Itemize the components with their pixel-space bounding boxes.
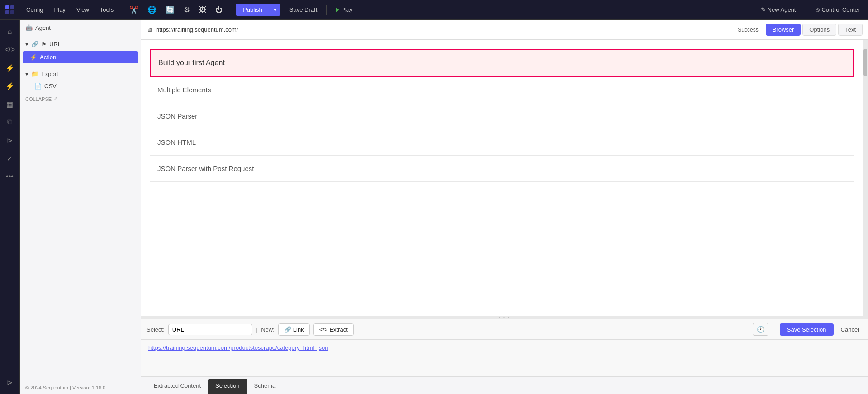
check-icon-btn[interactable]: ✓	[2, 150, 18, 166]
collapse-arrow-icon: ▾	[25, 41, 28, 47]
sidebar-csv-label: CSV	[44, 83, 57, 90]
play-label: Play	[341, 6, 352, 13]
scrollbar-thumb	[863, 49, 867, 76]
main-layout: ⌂ </> ⚡ ⚡ ▦ ⧉ ⊳ ✓ ••• ⊳ 🤖 Agent ▾ 🔗 ⚑ UR…	[0, 20, 868, 394]
browser-bar: 🖥 https://training.sequentum.com/ Succes…	[141, 20, 868, 40]
flag-icon: ⚑	[41, 41, 47, 47]
collapse-icon: ⤢	[53, 96, 57, 102]
content-item-4[interactable]: JSON HTML	[150, 129, 854, 156]
globe-icon[interactable]: 🌐	[144, 4, 160, 16]
csv-icon: 📄	[34, 83, 42, 90]
home-icon-btn[interactable]: ⌂	[2, 24, 18, 40]
lightning-icon-btn[interactable]: ⚡	[2, 60, 18, 76]
url-text: https://training.sequentum.com/	[156, 26, 238, 33]
save-selection-button[interactable]: Save Selection	[780, 323, 834, 336]
nav-right: ✎ New Agent ⎋ Control Center	[756, 5, 864, 15]
browser-content-wrapper: Build your first Agent Multiple Elements…	[141, 40, 868, 316]
sidebar-item-csv[interactable]: 📄 CSV	[20, 80, 141, 92]
bottom-tab-extracted-content[interactable]: Extracted Content	[147, 379, 208, 394]
sidebar-action-label: Action	[40, 54, 56, 61]
sidebar-item-url[interactable]: ▾ 🔗 ⚑ URL	[20, 38, 141, 50]
bottom-tabs: Extracted Content Selection Schema	[141, 376, 868, 394]
save-draft-button[interactable]: Save Draft	[284, 4, 323, 16]
publish-dropdown[interactable]: ▾	[270, 4, 280, 16]
play-button[interactable]: Play	[330, 4, 358, 16]
url-result-link[interactable]: https://training.sequentum.com/productst…	[148, 344, 328, 351]
action-icon: ⚡	[30, 54, 37, 61]
refresh-icon[interactable]: 🔄	[162, 4, 178, 16]
agent-icon: 🤖	[25, 24, 33, 31]
expand-arrow-icon: ▾	[25, 71, 28, 77]
content-area: 🖥 https://training.sequentum.com/ Succes…	[141, 20, 868, 394]
bottom-tab-selection[interactable]: Selection	[208, 379, 247, 394]
bottom-tab-schema[interactable]: Schema	[247, 379, 283, 394]
publish-group: Publish ▾	[236, 4, 280, 16]
divider-4	[806, 5, 806, 15]
new-agent-label: New Agent	[768, 6, 796, 13]
sidebar-spacer	[20, 104, 141, 381]
app-logo	[4, 4, 16, 16]
sidebar-item-export[interactable]: ▾ 📁 Export	[20, 68, 141, 80]
more-icon-btn[interactable]: •••	[2, 168, 18, 185]
grid-icon-btn[interactable]: ▦	[2, 96, 18, 112]
sidebar-item-action[interactable]: ⚡ Action	[23, 51, 138, 63]
new-agent-icon: ✎	[761, 6, 766, 13]
status-badge: Success	[738, 27, 758, 33]
extract-code-icon: </>	[319, 326, 328, 333]
browser-icon: 🖥	[147, 26, 152, 33]
svg-rect-3	[10, 10, 14, 14]
tools-menu[interactable]: Tools	[95, 5, 118, 15]
extract-button[interactable]: </> Extract	[313, 323, 354, 336]
publish-button[interactable]: Publish	[236, 4, 270, 16]
cancel-button[interactable]: Cancel	[837, 323, 863, 336]
layers-icon-btn[interactable]: ⧉	[2, 114, 18, 130]
history-button[interactable]: 🕐	[753, 323, 768, 336]
select-label: Select:	[147, 326, 165, 333]
export-icon-btn[interactable]: ⊳	[2, 374, 18, 390]
control-center-label: Control Center	[821, 6, 860, 13]
browser-tab-browser[interactable]: Browser	[766, 24, 801, 36]
right-scrollbar[interactable]	[863, 40, 868, 316]
content-item-3[interactable]: JSON Parser	[150, 103, 854, 129]
browser-content[interactable]: Build your first Agent Multiple Elements…	[141, 40, 863, 316]
collapse-button[interactable]: COLLAPSE ⤢	[20, 94, 141, 104]
filter-icon-btn[interactable]: ⊳	[2, 132, 18, 148]
config-menu[interactable]: Config	[22, 5, 48, 15]
control-center-icon: ⎋	[816, 6, 820, 13]
cut-icon[interactable]: ✂️	[126, 4, 142, 16]
select-bar: Select: | New: 🔗 Link </> Extract 🕐 Save…	[141, 319, 868, 340]
select-divider: |	[256, 326, 257, 333]
browser-tab-options[interactable]: Options	[802, 24, 836, 36]
link-icon: 🔗	[284, 326, 291, 333]
divider-2	[230, 5, 230, 15]
merge-icon[interactable]: ⚙	[180, 4, 194, 16]
extract-label: Extract	[329, 326, 347, 333]
sidebar-group-url: ▾ 🔗 ⚑ URL ⚡ Action	[20, 36, 141, 66]
content-item-1[interactable]: Build your first Agent	[150, 49, 854, 77]
sidebar-url-label: URL	[49, 41, 61, 47]
divider-1	[122, 5, 122, 15]
new-agent-button[interactable]: ✎ New Agent	[756, 5, 801, 15]
url-icon: 🔗	[31, 41, 38, 47]
copyright-text: © 2024 Sequentum | Version: 1.16.0	[25, 385, 105, 390]
svg-rect-1	[10, 5, 14, 9]
view-menu[interactable]: View	[72, 5, 94, 15]
control-center-button[interactable]: ⎋ Control Center	[811, 5, 864, 15]
browser-tabs: Browser Options Text	[766, 24, 863, 36]
content-item-2[interactable]: Multiple Elements	[150, 77, 854, 103]
content-item-5[interactable]: JSON Parser with Post Request	[150, 156, 854, 182]
power-icon[interactable]: ⏻	[212, 4, 226, 16]
select-input[interactable]	[168, 324, 252, 335]
svg-rect-2	[5, 10, 9, 14]
top-navbar: Config Play View Tools ✂️ 🌐 🔄 ⚙ 🖼 ⏻ Publ…	[0, 0, 868, 20]
code-icon-btn[interactable]: </>	[2, 42, 18, 58]
collapse-label: COLLAPSE	[25, 96, 52, 102]
browser-tab-text[interactable]: Text	[838, 24, 863, 36]
active-lightning-icon-btn[interactable]: ⚡	[2, 78, 18, 94]
link-button[interactable]: 🔗 Link	[278, 323, 310, 336]
svg-rect-0	[5, 5, 9, 9]
link-label: Link	[293, 326, 304, 333]
picture-icon[interactable]: 🖼	[195, 4, 210, 16]
play-menu[interactable]: Play	[50, 5, 70, 15]
browser-main: Build your first Agent Multiple Elements…	[141, 40, 868, 394]
